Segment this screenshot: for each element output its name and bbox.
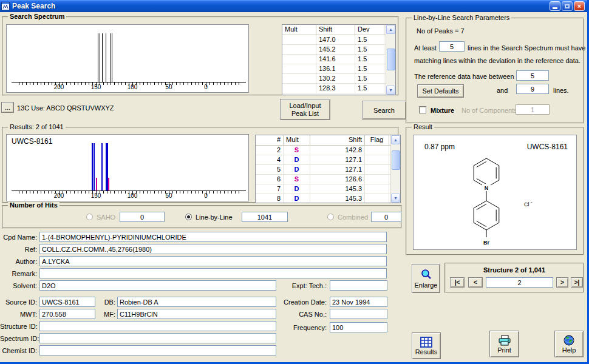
table-row[interactable]: 7D145.3 <box>256 184 390 194</box>
max-lines-input[interactable] <box>516 84 549 94</box>
table-cell[interactable]: 1.5 <box>355 64 384 73</box>
table-cell[interactable]: 4 <box>256 155 284 164</box>
table-row[interactable]: 5D127.1 <box>256 165 390 175</box>
table-cell[interactable]: 145.3 <box>310 194 365 203</box>
table-cell[interactable]: 130.2 <box>316 74 355 83</box>
mf-field[interactable] <box>117 309 276 319</box>
help-button[interactable]: Help <box>554 331 584 357</box>
scroll-track[interactable] <box>386 34 395 86</box>
table-cell[interactable]: 145.2 <box>316 45 355 54</box>
table-cell[interactable]: 1.5 <box>355 84 384 93</box>
table-cell[interactable]: 126.6 <box>310 175 365 184</box>
table-cell[interactable]: 5 <box>256 165 284 174</box>
table-cell[interactable] <box>365 165 389 174</box>
mwt-field[interactable] <box>39 309 95 319</box>
structure-number-input[interactable] <box>486 277 553 288</box>
results-scrollbar[interactable]: ▲ ▼ <box>390 135 400 203</box>
close-button[interactable]: × <box>574 1 585 11</box>
table-row[interactable]: 141.61.5 <box>282 55 386 64</box>
browse-dots-button[interactable]: ... <box>1 102 14 113</box>
creation-date-field[interactable] <box>330 297 387 307</box>
solvent-field[interactable] <box>39 280 276 291</box>
structure-id-field[interactable] <box>39 321 276 331</box>
table-cell[interactable]: 2 <box>256 146 284 155</box>
table-cell[interactable] <box>282 84 316 93</box>
table-cell[interactable]: 127.1 <box>310 155 365 164</box>
table-row[interactable]: 128.31.5 <box>282 84 386 93</box>
structure-viewer[interactable]: 0.87 ppm UWCS-8161 <box>413 135 577 250</box>
spectrum-id-field[interactable] <box>39 333 276 343</box>
scroll-down-icon[interactable]: ▼ <box>386 86 395 95</box>
table-cell[interactable]: 1.5 <box>355 35 384 44</box>
scroll-track[interactable] <box>391 144 400 194</box>
first-structure-button[interactable]: |< <box>450 277 465 288</box>
table-cell[interactable]: 145.3 <box>310 184 365 194</box>
table-cell[interactable]: 8 <box>256 194 284 203</box>
table-cell[interactable] <box>282 74 316 83</box>
results-button[interactable]: Results <box>412 332 441 359</box>
scroll-up-icon[interactable]: ▲ <box>386 25 395 34</box>
table-cell[interactable] <box>282 35 316 44</box>
cpd-name-field[interactable] <box>39 232 387 242</box>
scroll-down-icon[interactable]: ▼ <box>391 194 400 203</box>
table-cell[interactable]: D <box>284 184 310 194</box>
author-field[interactable] <box>39 256 387 266</box>
table-cell[interactable] <box>365 194 389 203</box>
next-structure-button[interactable]: > <box>556 277 568 288</box>
table-cell[interactable]: 141.6 <box>316 55 355 64</box>
search-peaks-scrollbar[interactable]: ▲ ▼ <box>386 25 395 95</box>
table-cell[interactable]: 1.5 <box>355 55 384 64</box>
cas-no-field[interactable] <box>330 309 387 319</box>
ref-field[interactable] <box>39 244 387 254</box>
table-cell[interactable]: D <box>284 165 310 174</box>
table-row[interactable]: 4D127.1 <box>256 155 390 165</box>
chemist-id-field[interactable] <box>39 345 276 356</box>
table-cell[interactable] <box>365 146 389 155</box>
table-cell[interactable] <box>365 184 389 194</box>
min-lines-input[interactable] <box>516 70 549 81</box>
scroll-thumb[interactable] <box>392 150 400 170</box>
table-cell[interactable]: 128.3 <box>316 84 355 93</box>
db-field[interactable] <box>117 297 276 307</box>
table-row[interactable]: 8D145.3 <box>256 194 390 203</box>
mixture-checkbox[interactable] <box>419 106 426 113</box>
table-cell[interactable]: D <box>284 155 310 164</box>
set-defaults-button[interactable]: Set Defaults <box>417 84 464 98</box>
table-cell[interactable] <box>365 155 389 164</box>
remark-field[interactable] <box>39 268 387 278</box>
print-button[interactable]: Print <box>489 331 519 357</box>
table-cell[interactable]: D <box>284 194 310 203</box>
combined-radio[interactable] <box>327 214 334 220</box>
scroll-thumb[interactable] <box>387 49 395 70</box>
table-row[interactable]: 130.21.5 <box>282 74 386 84</box>
table-cell[interactable]: 127.1 <box>310 165 365 174</box>
expt-tech-field[interactable] <box>330 280 387 291</box>
line-by-line-radio[interactable] <box>185 214 192 220</box>
table-cell[interactable]: S <box>284 146 310 155</box>
table-row[interactable]: 147.01.5 <box>282 35 386 45</box>
scroll-up-icon[interactable]: ▲ <box>391 135 400 144</box>
saho-radio[interactable] <box>86 214 93 220</box>
table-cell[interactable]: 1.5 <box>355 45 384 54</box>
table-row[interactable]: 136.11.5 <box>282 64 386 74</box>
load-input-peak-list-button[interactable]: Load/Input Peak List <box>280 99 330 120</box>
table-cell[interactable]: 1.5 <box>355 74 384 83</box>
table-cell[interactable]: 6 <box>256 175 284 184</box>
table-cell[interactable] <box>282 45 316 54</box>
table-cell[interactable]: 7 <box>256 184 284 194</box>
table-row[interactable]: 2S142.8 <box>256 146 390 155</box>
table-cell[interactable] <box>282 55 316 64</box>
table-cell[interactable]: 147.0 <box>316 35 355 44</box>
table-cell[interactable] <box>365 175 389 184</box>
table-cell[interactable] <box>282 64 316 73</box>
source-id-field[interactable] <box>39 297 95 307</box>
minimize-button[interactable] <box>550 1 560 11</box>
maximize-button[interactable] <box>562 1 573 11</box>
table-row[interactable]: 6S126.6 <box>256 175 390 184</box>
search-button[interactable]: Search <box>362 101 406 120</box>
previous-structure-button[interactable]: < <box>468 277 483 288</box>
enlarge-button[interactable]: Enlarge <box>412 264 440 293</box>
table-cell[interactable]: S <box>284 175 310 184</box>
frequency-field[interactable] <box>330 322 387 332</box>
table-cell[interactable]: 136.1 <box>316 64 355 73</box>
